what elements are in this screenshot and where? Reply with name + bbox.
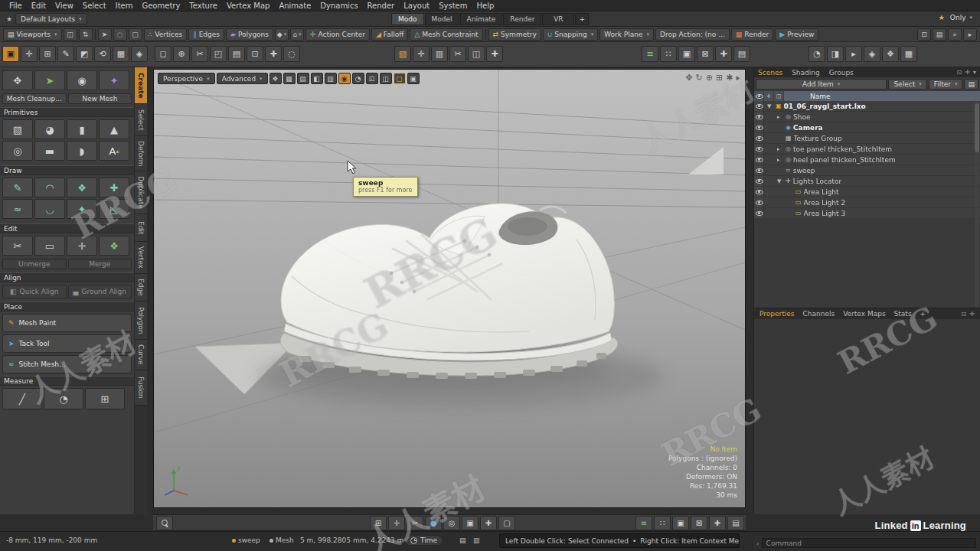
tab-polygon[interactable]: Polygon <box>135 302 147 340</box>
tab-properties[interactable]: Properties <box>760 310 794 318</box>
tab-groups[interactable]: Groups <box>829 69 854 77</box>
merge-button[interactable]: Merge <box>68 259 132 269</box>
panel-list-icon-button[interactable]: ▤ <box>933 28 946 41</box>
menu-vertex-map[interactable]: Vertex Map <box>222 2 274 10</box>
viewport-settings-icon[interactable]: ✱ <box>726 73 733 83</box>
mesh-cleanup-button[interactable]: Mesh Cleanup... <box>2 93 67 104</box>
center-mode-icon-button[interactable]: ⌂▾ <box>290 28 304 41</box>
pin-edit-button[interactable]: ✛ <box>67 236 97 256</box>
quarter-icon[interactable]: ◔ <box>352 73 364 84</box>
star-curve-tool-button[interactable]: ✦ <box>67 199 97 219</box>
expand-arrow-icon[interactable]: ▸ <box>777 146 783 152</box>
torus-primitive-button[interactable]: ◎ <box>2 141 33 161</box>
add-item-icon-button[interactable]: ✚ <box>486 46 503 62</box>
item-row-area-light-3[interactable]: ▭Area Light 3 <box>754 208 980 219</box>
tab-render[interactable]: Render <box>503 13 541 25</box>
zoom-icon[interactable]: ⊕ <box>706 73 713 83</box>
visibility-toggle[interactable] <box>754 155 764 165</box>
item-row-scene[interactable]: ▼▣01_06_raygl_start.lxo <box>754 101 980 112</box>
active-shading-icon[interactable]: ◉ <box>338 73 351 84</box>
stitch-mesh-button[interactable]: ≈Stitch Mesh... <box>2 355 132 373</box>
magnifier-icon-button[interactable] <box>156 516 173 530</box>
delete-box-icon-button[interactable]: ⊠ <box>697 46 714 62</box>
add-column-header[interactable]: ✛ <box>764 91 774 101</box>
camera-mode-dropdown[interactable]: Perspective▾ <box>158 73 215 84</box>
cube-tool-icon-button[interactable]: ◻ <box>155 46 172 62</box>
four-view-icon[interactable]: ❖ <box>270 73 282 84</box>
scrollbar-thumb[interactable] <box>975 103 979 152</box>
arc-tool-button[interactable]: ◠ <box>34 178 65 197</box>
split-view-icon-button[interactable]: ◫ <box>64 28 77 41</box>
item-row-texture-group[interactable]: ▦Texture Group <box>754 133 980 144</box>
pointer-tool-icon-button[interactable]: ➤ <box>98 28 112 41</box>
split-icon[interactable]: ◫ <box>380 73 392 84</box>
solid-icon[interactable]: ▣ <box>407 73 420 84</box>
scissors-edit-button[interactable]: ✂ <box>2 236 33 256</box>
item-row-area-light-2[interactable]: ▭Area Light 2 <box>754 197 980 208</box>
tab-animate[interactable]: Animate <box>460 13 503 25</box>
lasso-tool-icon-button[interactable]: ◌ <box>113 28 127 41</box>
add-geometry-icon-button[interactable]: ⊕ <box>173 46 190 62</box>
dimension-tool-button[interactable]: ⊞ <box>85 388 125 409</box>
add-icon-button[interactable]: ✚ <box>480 516 497 530</box>
action-center-button[interactable]: ✛Action Center <box>305 28 370 41</box>
panel-add-icon[interactable]: ✛ <box>965 69 970 76</box>
work-plane-dropdown[interactable]: Work Plane▾ <box>599 28 654 41</box>
gem-tool-icon-button[interactable]: ◈ <box>131 46 148 62</box>
expand-icon-button[interactable]: » <box>948 28 962 41</box>
circle-select-icon-button[interactable]: ◌ <box>283 46 300 62</box>
command-input[interactable]: Command <box>762 538 976 548</box>
half-shade-icon-button[interactable]: ◨ <box>827 46 844 62</box>
orbit-icon[interactable]: ↻ <box>696 73 703 83</box>
item-list-scrollbar[interactable] <box>975 102 979 307</box>
layers-column-header[interactable]: ◫ <box>774 91 784 101</box>
chevron-down-icon[interactable]: ▾ <box>973 69 976 76</box>
dots-grid-icon-button[interactable]: ∷ <box>660 46 677 62</box>
mesh-grid-icon-button[interactable]: ▦ <box>113 46 129 62</box>
panel-expand-icon[interactable]: ⊡ <box>957 69 962 76</box>
preview-button[interactable]: ▶Preview <box>775 28 818 41</box>
play-icon-button[interactable]: ▸ <box>845 46 862 62</box>
tack-tool-button[interactable]: ➤Tack Tool <box>2 334 132 353</box>
flower-icon-button[interactable]: ❖ <box>882 46 899 62</box>
panel-expand-icon[interactable]: ⊡ <box>962 311 967 318</box>
tab-vertex-maps[interactable]: Vertex Maps <box>843 310 885 318</box>
menu-help[interactable]: Help <box>472 2 499 10</box>
columns-shade-icon[interactable]: ▥ <box>325 73 337 84</box>
item-row-lights-locator[interactable]: ▼✛Lights Locator <box>754 176 980 187</box>
ghost-mode-icon[interactable]: ▢ <box>394 73 406 84</box>
delete-box-icon-button[interactable]: ⊠ <box>691 516 707 530</box>
cut-icon-button[interactable]: ✂ <box>407 516 423 530</box>
menu-animate[interactable]: Animate <box>274 2 315 10</box>
drop-action-dropdown[interactable]: Drop Action: (no ... <box>655 28 730 41</box>
polyline-tool-button[interactable]: ◺ <box>99 199 129 219</box>
vertices-mode-button[interactable]: ∴Vertices <box>144 28 188 41</box>
visibility-toggle[interactable] <box>754 165 764 176</box>
list-green-icon-button[interactable]: ≡ <box>635 516 652 530</box>
render-button[interactable]: ▦Render <box>731 28 774 41</box>
paint-select-icon-button[interactable]: ▢ <box>129 28 142 41</box>
timer-icon-button[interactable]: ◔ <box>808 46 825 62</box>
tab-edit[interactable]: Edit <box>135 214 147 242</box>
pan-icon[interactable]: ✥ <box>685 73 692 83</box>
layer-stack-icon-button[interactable]: ▤ <box>228 46 245 62</box>
tab-channels[interactable]: Channels <box>802 310 835 318</box>
edges-mode-button[interactable]: ∥Edges <box>188 28 224 41</box>
rows-tool-icon-button[interactable]: ▥ <box>431 46 448 62</box>
move-tool-icon-button[interactable]: ✛ <box>21 46 38 62</box>
add-workspace-tab-button[interactable]: + <box>575 13 589 25</box>
panel-rows-icon-button[interactable]: ▤ <box>727 516 744 530</box>
visibility-toggle[interactable] <box>754 133 764 144</box>
viewports-dropdown[interactable]: ▤Viewports▾ <box>3 28 62 41</box>
tab-shading[interactable]: Shading <box>792 69 820 77</box>
expand-arrow-icon[interactable]: ▼ <box>777 178 783 184</box>
frame-icon[interactable]: ⊡ <box>366 73 378 84</box>
menu-view[interactable]: View <box>51 2 78 10</box>
slab-edit-button[interactable]: ▭ <box>34 236 65 256</box>
menu-edit[interactable]: Edit <box>27 2 51 10</box>
menu-geometry[interactable]: Geometry <box>137 2 185 10</box>
menu-render[interactable]: Render <box>363 2 400 10</box>
visibility-toggle[interactable] <box>754 187 764 197</box>
name-column-header[interactable]: Name <box>784 91 980 101</box>
item-row-area-light-1[interactable]: ▭Area Light <box>754 187 980 197</box>
